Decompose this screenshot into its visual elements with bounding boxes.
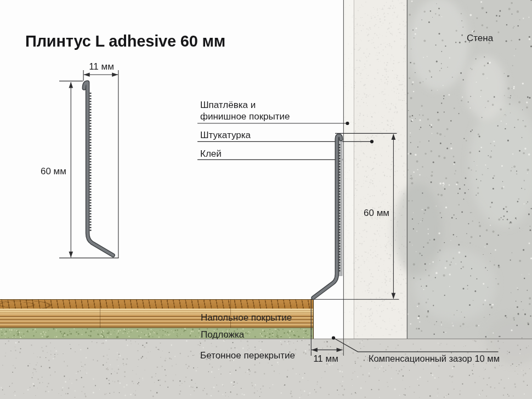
profile-width-dim-label: 11 мм	[82, 61, 121, 72]
wall-label: Стена	[467, 32, 493, 44]
underlay-label: Подложка	[201, 329, 244, 340]
gap-leader	[333, 338, 499, 352]
installed-height-dim-label: 60 мм	[364, 207, 389, 219]
adhesive-label: Клей	[200, 148, 222, 159]
page-title: Плинтус L adhesive 60 мм	[25, 32, 225, 50]
installed-depth-dim-label: 11 мм	[306, 353, 346, 364]
profile-height-dim-label: 60 мм	[22, 166, 66, 177]
floor-covering-label: Напольное покрытие	[201, 312, 292, 323]
concrete-slab-label: Бетонное перекрытие	[200, 350, 295, 361]
plaster-label: Штукатурка	[200, 129, 251, 141]
expansion-gap-label: Компенсационный зазор 10 мм	[369, 353, 500, 364]
putty-finish-label: Шпатлёвка и финишное покрытие	[200, 99, 302, 123]
profile-drawing	[84, 82, 113, 255]
concrete-patches	[393, 0, 532, 364]
diagram-canvas: Плинтус L adhesive 60 мм Стена Шпатлёвка…	[0, 0, 532, 399]
diagram-art	[0, 0, 532, 399]
